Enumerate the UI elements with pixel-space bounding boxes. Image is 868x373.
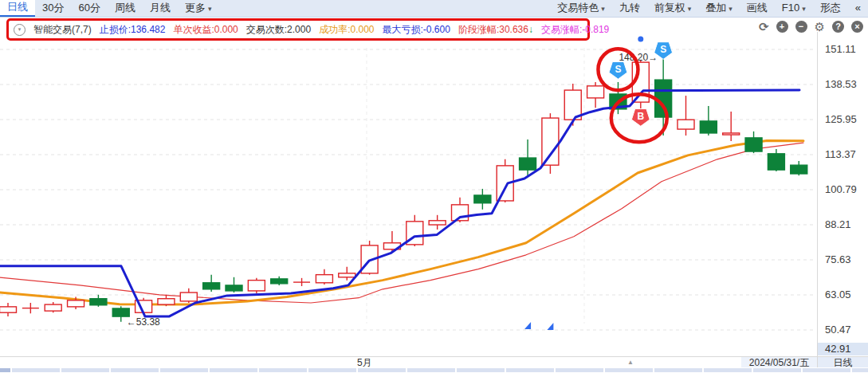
candle xyxy=(158,299,175,304)
ma-line-fast xyxy=(0,140,803,304)
candle xyxy=(316,275,332,283)
price-axis-min-label: 42.91 xyxy=(818,343,868,355)
candle xyxy=(587,86,604,98)
price-tag: ←53.38 xyxy=(127,316,160,328)
scrollbar-segment xyxy=(852,368,868,372)
stock-chart-app: 日线30分60分周线月线更多▾ 交易特色▾九转前复权▾叠加▾画线F10▾形态« … xyxy=(0,0,868,373)
candle xyxy=(745,138,762,151)
indicator-title: 智能交易(7,7) xyxy=(33,23,92,37)
scrollbar-segment xyxy=(0,368,10,372)
price-axis-label: 151.11 xyxy=(825,43,856,55)
toolbar-item-nine-turn[interactable]: 九转 xyxy=(612,0,647,17)
close-icon[interactable]: × xyxy=(851,21,863,33)
flag-marker xyxy=(524,322,531,329)
price-axis-label: 138.53 xyxy=(825,78,857,90)
candle xyxy=(678,120,694,129)
scrollbar-segment xyxy=(605,368,653,372)
chevron-down-icon: ▾ xyxy=(601,5,605,13)
indicator-field-stage-gain: 阶段涨幅:30.636↓ xyxy=(458,23,533,37)
candle xyxy=(271,279,288,284)
candle xyxy=(203,283,220,289)
tab-min30[interactable]: 30分 xyxy=(35,0,71,17)
candle xyxy=(180,293,197,301)
price-axis-label: 100.79 xyxy=(825,183,857,195)
scrollbar-segment xyxy=(506,368,554,372)
zoom-out-icon[interactable]: − xyxy=(795,21,807,33)
price-axis-label: 50.47 xyxy=(825,324,851,336)
chevron-down-icon: ▾ xyxy=(729,5,732,13)
help-icon[interactable]: ? xyxy=(832,21,844,33)
refresh-icon[interactable]: ⟳ xyxy=(759,21,769,33)
period-tabs: 日线30分60分周线月线更多▾ xyxy=(0,0,218,17)
sell-marker-label: S xyxy=(615,64,621,75)
candle xyxy=(0,307,17,312)
toolbar-item-trade-feature[interactable]: 交易特色▾ xyxy=(550,0,612,17)
scrollbar-segment xyxy=(654,368,702,372)
indicator-field-max-loss: 最大亏损:-0.600 xyxy=(383,23,450,37)
candle xyxy=(520,158,536,170)
indicator-field-stop-price: 止损价:136.482 xyxy=(100,23,166,37)
tab-min60[interactable]: 60分 xyxy=(71,0,107,17)
scrollbar-segment xyxy=(308,368,356,372)
candle xyxy=(112,308,129,316)
toolbar-item-draw-line[interactable]: 画线 xyxy=(740,0,775,17)
scrollbar-segment xyxy=(358,368,406,372)
scrollbar-segment xyxy=(556,368,603,372)
cursor-date-label: 2024/05/31/五 xyxy=(741,357,817,368)
candle xyxy=(429,221,446,225)
sell-marker-label: S xyxy=(660,44,666,55)
indicator-dropdown-icon[interactable] xyxy=(14,24,26,36)
toolbar-item-collapse[interactable]: « xyxy=(848,0,868,17)
timeline-scrollbar[interactable] xyxy=(0,367,868,373)
candle xyxy=(226,285,242,291)
price-axis-label: 113.37 xyxy=(825,148,856,160)
period-label[interactable]: 日线 xyxy=(817,357,868,368)
toolbar-item-forward-adjusted[interactable]: 前复权▾ xyxy=(647,0,699,17)
indicator-field-success-rate: 成功率:0.000 xyxy=(319,23,374,37)
tab-daily[interactable]: 日线 xyxy=(0,0,35,17)
scrollbar-segment xyxy=(704,368,752,372)
price-axis-label: 63.05 xyxy=(825,289,851,300)
tab-weekly[interactable]: 周线 xyxy=(108,0,143,17)
scrollbar-segment xyxy=(259,368,307,372)
tab-more[interactable]: 更多▾ xyxy=(178,0,219,17)
buy-marker-label: B xyxy=(637,111,644,122)
candle xyxy=(723,133,740,135)
price-axis-label: 75.63 xyxy=(825,253,851,265)
indicator-field-single-return: 单次收益:0.000 xyxy=(173,23,238,37)
flag-marker xyxy=(547,323,553,330)
candle xyxy=(90,299,107,305)
zoom-in-icon[interactable]: + xyxy=(776,21,788,33)
toolbar-item-pattern[interactable]: 形态 xyxy=(813,0,848,17)
indicator-field-trade-gain: 交易涨幅:-0.819 xyxy=(541,23,609,37)
price-axis-label: 88.21 xyxy=(825,218,851,230)
toolbar-actions: 交易特色▾九转前复权▾叠加▾画线F10▾形态« xyxy=(550,0,868,17)
scrollbar-segment xyxy=(457,368,505,372)
candle xyxy=(45,304,61,311)
candle xyxy=(474,195,491,203)
scrollbar-segment xyxy=(12,368,60,372)
toolbar-item-f10[interactable]: F10▾ xyxy=(775,0,813,17)
candle xyxy=(68,300,84,307)
time-axis: 5月 ▲ 2024/05/31/五 日线 xyxy=(0,356,868,368)
chart-icon-row: ⟳+−⚙?× xyxy=(759,21,863,33)
scrollbar-segment xyxy=(803,368,850,372)
candle xyxy=(791,165,807,174)
settings-icon[interactable]: ⚙ xyxy=(815,21,825,33)
scrollbar-segment xyxy=(160,368,208,372)
toolbar-item-overlay[interactable]: 叠加▾ xyxy=(698,0,740,17)
chevron-down-icon: ▾ xyxy=(688,5,692,13)
arrow-down-icon: ↓ xyxy=(528,24,533,35)
scrollbar-segment xyxy=(61,368,109,372)
tab-monthly[interactable]: 月线 xyxy=(143,0,178,17)
expand-handle-icon[interactable]: ▲ xyxy=(627,357,634,368)
candlestick-chart[interactable]: 148.20→←53.38SSB xyxy=(0,32,817,356)
indicator-field-trade-count: 交易次数:2.000 xyxy=(246,23,311,37)
scrollbar-segment xyxy=(210,368,257,372)
price-axis: 42.91 151.11138.53125.95113.37100.7988.2… xyxy=(817,32,868,356)
scrollbar-segment xyxy=(753,368,801,372)
chevron-down-icon: ▾ xyxy=(802,5,806,13)
candle xyxy=(248,281,265,291)
toolbar: 日线30分60分周线月线更多▾ 交易特色▾九转前复权▾叠加▾画线F10▾形态« xyxy=(0,0,868,18)
candle xyxy=(542,118,559,165)
